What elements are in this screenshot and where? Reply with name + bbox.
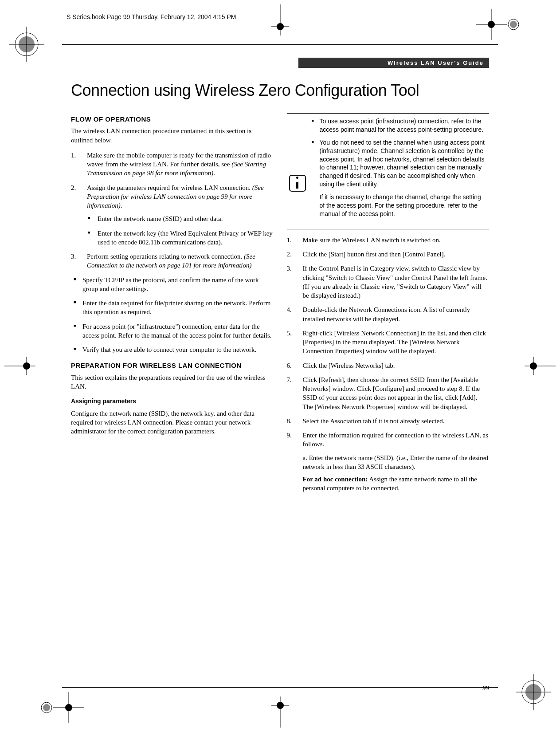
sub-step-a: a. Enter the network name (SSID). (i.e.,… xyxy=(303,453,490,493)
procedure-step: Select the Association tab if it is not … xyxy=(287,417,490,425)
left-column: FLOW OF OPERATIONS The wireless LAN conn… xyxy=(71,113,274,498)
page: S Series.book Page 99 Thursday, February… xyxy=(0,0,560,732)
procedure-step: Double-click the Network Connections ico… xyxy=(287,305,490,323)
bottom-rule xyxy=(62,687,498,688)
page-title: Connection using Wireless Zero Configura… xyxy=(71,81,489,100)
body-text: If it is necessary to change the channel… xyxy=(320,193,488,218)
sub-item: Enter the network key (the Wired Equival… xyxy=(87,229,274,247)
procedure-steps: Make sure the Wireless LAN switch is swi… xyxy=(287,236,490,493)
body-text: . xyxy=(213,169,215,177)
prep-heading: PREPARATION FOR WIRELESS LAN CONNECTION xyxy=(71,361,274,370)
procedure-step: Click [Refresh], then choose the correct… xyxy=(287,375,490,411)
bullet-item: Enter the data required for file/printer… xyxy=(71,299,274,317)
procedure-step: Make sure the Wireless LAN switch is swi… xyxy=(287,236,490,244)
procedure-step: Click the [Start] button first and then … xyxy=(287,250,490,259)
flow-steps: Make sure the mobile computer is ready f… xyxy=(71,151,274,270)
bullet-item: Specify TCP/IP as the protocol, and conf… xyxy=(71,275,274,294)
flow-bullets: Specify TCP/IP as the protocol, and conf… xyxy=(71,275,274,354)
flow-step-3: Perform setting operations relating to n… xyxy=(71,252,274,270)
flow-step-1: Make sure the mobile computer is ready f… xyxy=(71,151,274,178)
svg-point-8 xyxy=(510,21,517,28)
two-column-layout: FLOW OF OPERATIONS The wireless LAN conn… xyxy=(71,113,489,498)
info-icon xyxy=(289,117,306,223)
content-area: WIreless LAN User's Guide Connection usi… xyxy=(71,58,489,674)
flow-heading: FLOW OF OPERATIONS xyxy=(71,115,274,124)
crop-mark-icon xyxy=(271,697,289,728)
sub-item: Enter the network name (SSID) and other … xyxy=(87,214,274,223)
procedure-step: Right-click [Wireless Network Connection… xyxy=(287,329,490,356)
crop-mark-icon xyxy=(40,690,84,725)
assigning-parameters-heading: Assigning parameters xyxy=(71,397,274,405)
flow-intro: The wireless LAN connection procedure co… xyxy=(71,126,274,145)
callout-list: To use access point (infrastructure) con… xyxy=(312,117,488,218)
flow-step-2-sublist: Enter the network name (SSID) and other … xyxy=(87,214,274,247)
body-text: Assign the parameters required for wirel… xyxy=(87,184,252,191)
callout-item: You do not need to set the channel when … xyxy=(312,138,488,218)
top-rule xyxy=(62,44,498,45)
svg-point-14 xyxy=(43,704,50,711)
crop-mark-icon xyxy=(476,7,520,42)
callout-body: To use access point (infrastructure) con… xyxy=(312,117,488,223)
crop-mark-icon xyxy=(525,357,556,375)
crop-mark-icon xyxy=(516,674,551,710)
right-column: To use access point (infrastructure) con… xyxy=(287,113,490,498)
bold-text: For ad hoc connection: xyxy=(303,476,368,483)
prep-intro: This section explains the preparations r… xyxy=(71,373,274,391)
assigning-parameters-body: Configure the network name (SSID), the n… xyxy=(71,409,274,436)
body-text: You do not need to set the channel when … xyxy=(320,139,485,188)
body-text: . xyxy=(121,202,122,209)
crop-mark-icon xyxy=(9,27,44,62)
body-text: a. Enter the network name (SSID). (i.e.,… xyxy=(303,453,490,472)
body-text: Perform setting operations relating to n… xyxy=(87,253,244,260)
procedure-step: Enter the information required for conne… xyxy=(287,431,490,493)
body-text: Enter the information required for conne… xyxy=(303,432,489,448)
crop-mark-icon xyxy=(4,357,35,375)
crop-mark-icon xyxy=(271,4,289,35)
guide-header-bar: WIreless LAN User's Guide xyxy=(298,58,489,68)
page-number: 99 xyxy=(482,685,489,692)
procedure-step: If the Control Panel is in Category view… xyxy=(287,264,490,300)
info-callout: To use access point (infrastructure) con… xyxy=(287,113,490,229)
bullet-item: Verify that you are able to connect your… xyxy=(71,345,274,354)
body-text: For ad hoc connection: Assign the same n… xyxy=(303,476,477,492)
bullet-item: For access point (or "infrastructure") c… xyxy=(71,322,274,340)
flow-step-2: Assign the parameters required for wirel… xyxy=(71,183,274,247)
callout-item: To use access point (infrastructure) con… xyxy=(312,117,488,134)
running-header: S Series.book Page 99 Thursday, February… xyxy=(67,13,236,20)
procedure-step: Click the [Wireless Networks] tab. xyxy=(287,361,490,370)
